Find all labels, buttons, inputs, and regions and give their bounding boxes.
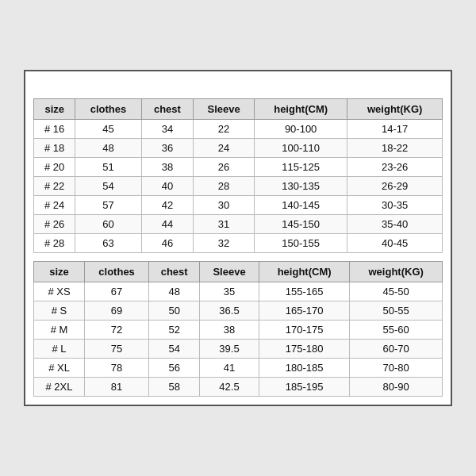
table-cell: 45-50 [350, 282, 443, 301]
table-cell: 60 [75, 215, 141, 234]
table-row: # 18483624100-11018-22 [34, 139, 443, 158]
column-header: Sleeve [200, 262, 259, 282]
table-cell: 30-35 [347, 196, 443, 215]
table-cell: # L [34, 340, 85, 359]
column-header: weight(KG) [350, 262, 443, 282]
column-header: weight(KG) [347, 99, 443, 120]
table-cell: 31 [194, 215, 255, 234]
table-cell: 42.5 [200, 378, 259, 397]
table-cell: 81 [85, 378, 149, 397]
table-row: # 1645342290-10014-17 [34, 120, 443, 139]
table-cell: 48 [149, 282, 200, 301]
table-row: # XL785641180-18570-80 [34, 359, 443, 378]
chart-title [33, 79, 443, 98]
table-cell: 42 [141, 196, 194, 215]
table-cell: 41 [200, 359, 259, 378]
table-cell: 51 [75, 158, 141, 177]
table-cell: 63 [75, 234, 141, 253]
table-cell: # S [34, 301, 85, 321]
table-cell: 67 [85, 282, 149, 301]
column-header: clothes [75, 99, 141, 120]
table-cell: 60-70 [350, 340, 443, 359]
column-header: height(CM) [259, 262, 349, 282]
table-cell: 58 [149, 378, 200, 397]
table-cell: 145-150 [254, 215, 347, 234]
table-cell: 170-175 [259, 321, 349, 340]
table-cell: 140-145 [254, 196, 347, 215]
table-cell: 80-90 [350, 378, 443, 397]
column-header: size [34, 262, 85, 282]
table-cell: 34 [141, 120, 194, 139]
column-header: Sleeve [194, 99, 255, 120]
size-table-2: sizeclotheschestSleeveheight(CM)weight(K… [33, 261, 443, 397]
table-cell: 180-185 [259, 359, 349, 378]
table-cell: 52 [149, 321, 200, 340]
table-cell: 28 [194, 177, 255, 196]
table-cell: 54 [75, 177, 141, 196]
table-cell: 78 [85, 359, 149, 378]
column-header: chest [141, 99, 194, 120]
table-cell: 40 [141, 177, 194, 196]
column-header: height(CM) [254, 99, 347, 120]
table-cell: # 26 [34, 215, 75, 234]
table-cell: # 24 [34, 196, 75, 215]
table-row: # L755439.5175-18060-70 [34, 340, 443, 359]
table-cell: 36.5 [200, 301, 259, 321]
column-header: size [34, 99, 75, 120]
column-header: clothes [85, 262, 149, 282]
table-cell: # XS [34, 282, 85, 301]
table-cell: 40-45 [347, 234, 443, 253]
table-cell: 155-165 [259, 282, 349, 301]
table-row: # 22544028130-13526-29 [34, 177, 443, 196]
table-cell: 38 [141, 158, 194, 177]
table-cell: 23-26 [347, 158, 443, 177]
table-cell: 36 [141, 139, 194, 158]
table-cell: # 28 [34, 234, 75, 253]
table-row: # 26604431145-15035-40 [34, 215, 443, 234]
table-cell: 32 [194, 234, 255, 253]
table-row: # 20513826115-12523-26 [34, 158, 443, 177]
table-cell: 69 [85, 301, 149, 321]
table-cell: 54 [149, 340, 200, 359]
table-cell: 115-125 [254, 158, 347, 177]
table-cell: # 18 [34, 139, 75, 158]
table-cell: 46 [141, 234, 194, 253]
table-cell: 14-17 [347, 120, 443, 139]
size-table-1: sizeclotheschestSleeveheight(CM)weight(K… [33, 98, 443, 253]
table-cell: 90-100 [254, 120, 347, 139]
table-cell: 45 [75, 120, 141, 139]
table-cell: 70-80 [350, 359, 443, 378]
table-cell: 22 [194, 120, 255, 139]
table-cell: 50-55 [350, 301, 443, 321]
table-row: # 24574230140-14530-35 [34, 196, 443, 215]
table-cell: 130-135 [254, 177, 347, 196]
table-row: # 2XL815842.5185-19580-90 [34, 378, 443, 397]
table-cell: # XL [34, 359, 85, 378]
table-cell: 48 [75, 139, 141, 158]
table-cell: 38 [200, 321, 259, 340]
table-cell: 56 [149, 359, 200, 378]
table-row: # XS674835155-16545-50 [34, 282, 443, 301]
table-cell: 75 [85, 340, 149, 359]
table-cell: 72 [85, 321, 149, 340]
table-cell: 39.5 [200, 340, 259, 359]
table-cell: 24 [194, 139, 255, 158]
table-cell: # 20 [34, 158, 75, 177]
table-row: # S695036.5165-17050-55 [34, 301, 443, 321]
table-row: # M725238170-17555-60 [34, 321, 443, 340]
column-header: chest [149, 262, 200, 282]
table-cell: 44 [141, 215, 194, 234]
table-cell: 165-170 [259, 301, 349, 321]
chart-container: sizeclotheschestSleeveheight(CM)weight(K… [24, 70, 452, 406]
table-cell: 35-40 [347, 215, 443, 234]
table-row: # 28634632150-15540-45 [34, 234, 443, 253]
table-cell: # 2XL [34, 378, 85, 397]
section-gap [33, 253, 443, 261]
table-cell: 26 [194, 158, 255, 177]
table-cell: 50 [149, 301, 200, 321]
table-cell: 26-29 [347, 177, 443, 196]
table-cell: 18-22 [347, 139, 443, 158]
table-cell: 150-155 [254, 234, 347, 253]
table-cell: # 22 [34, 177, 75, 196]
table-cell: 175-180 [259, 340, 349, 359]
